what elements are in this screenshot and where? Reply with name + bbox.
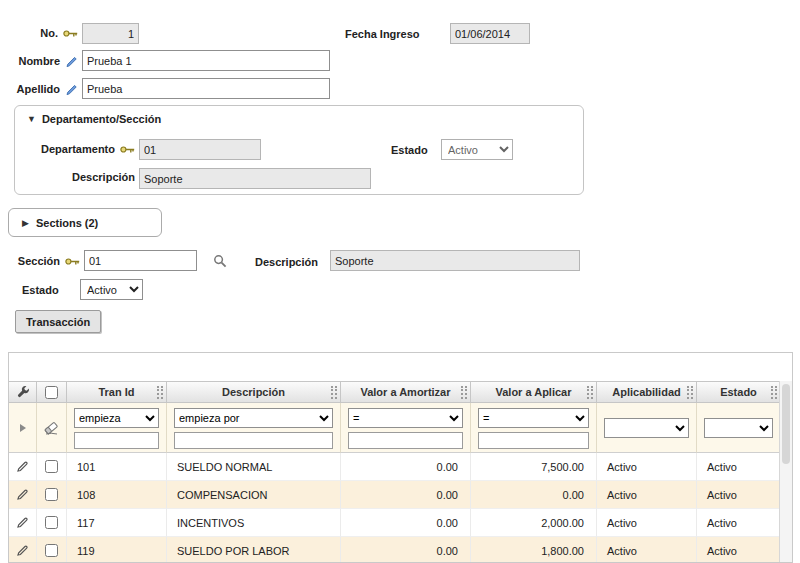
row-checkbox[interactable] (45, 516, 58, 529)
header-estado[interactable]: Estado (697, 381, 781, 403)
header-aplicabilidad-label: Aplicabilidad (612, 386, 680, 398)
scrollbar-thumb[interactable] (782, 384, 790, 464)
region-departamento-header[interactable]: ▼ Departamento/Sección (27, 113, 161, 125)
departamento-input[interactable] (139, 139, 261, 160)
grid-toolbar (9, 353, 792, 381)
row-select-cell (37, 537, 67, 563)
cell-valor-amortizar: 0.00 (341, 509, 471, 537)
cell-valor-amortizar: 0.00 (341, 453, 471, 481)
header-tran-id-label: Tran Id (98, 386, 134, 398)
filter-value-valor-amortizar[interactable] (348, 432, 463, 449)
row-checkbox[interactable] (45, 460, 58, 473)
cell-estado: Activo (697, 509, 781, 537)
cell-tran-id: 101 (67, 453, 167, 481)
table-row: 119 SUELDO POR LABOR 0.00 1,800.00 Activ… (9, 537, 781, 563)
transaccion-grid: Tran Id Descripción Valor a Amortizar Va… (8, 352, 793, 563)
row-edit-cell (9, 453, 37, 481)
filter-cell-aplicabilidad (597, 403, 697, 453)
column-grip-icon[interactable] (157, 386, 163, 399)
current-row-marker-icon (20, 424, 26, 432)
no-input[interactable] (82, 23, 139, 44)
filter-op-valor-amortizar[interactable]: = (348, 408, 463, 428)
cell-valor-amortizar: 0.00 (341, 481, 471, 509)
filter-value-tran-id[interactable] (74, 432, 159, 449)
fecha-ingreso-input[interactable] (450, 23, 530, 44)
cell-tran-id: 119 (67, 537, 167, 563)
filter-value-valor-aplicar[interactable] (478, 432, 589, 449)
region-departamento-title: Departamento/Sección (42, 113, 161, 125)
row-no-fecha: No. Fecha Ingreso (0, 22, 800, 46)
filter-cell-valor-amortizar: = (341, 403, 471, 453)
row-edit-cell (9, 537, 37, 563)
header-descripcion[interactable]: Descripción (167, 381, 341, 403)
filter-clear-cell (37, 403, 67, 453)
collapse-icon: ▼ (27, 114, 36, 124)
cell-tran-id: 117 (67, 509, 167, 537)
cell-valor-aplicar: 1,800.00 (471, 537, 597, 563)
header-aplicabilidad[interactable]: Aplicabilidad (597, 381, 697, 403)
filter-op-tran-id[interactable]: empieza (74, 408, 159, 428)
edit-row-icon[interactable] (16, 516, 29, 529)
cell-valor-amortizar: 0.00 (341, 537, 471, 563)
row-edit-cell (9, 481, 37, 509)
cell-aplicabilidad: Activo (597, 537, 697, 563)
cell-estado: Activo (697, 453, 781, 481)
seccion-descripcion-label: Descripción (255, 256, 318, 268)
region-departamento-seccion: ▼ Departamento/Sección Departamento Esta… (14, 105, 584, 195)
tab-transaccion[interactable]: Transacción (15, 310, 101, 333)
column-grip-icon[interactable] (771, 386, 777, 399)
select-all-checkbox[interactable] (45, 386, 58, 399)
sections-title: Sections (2) (36, 217, 98, 229)
key-icon (65, 257, 80, 266)
seccion-label: Sección (18, 255, 60, 267)
filter-marker-cell (9, 403, 37, 453)
seccion-labelbox: Sección (0, 250, 80, 272)
filter-op-estado[interactable] (704, 418, 773, 438)
filter-op-aplicabilidad[interactable] (604, 418, 689, 438)
column-grip-icon[interactable] (587, 386, 593, 399)
row-select-cell (37, 481, 67, 509)
header-tran-id[interactable]: Tran Id (67, 381, 167, 403)
region-sections-header[interactable]: ▶ Sections (2) (8, 208, 162, 237)
grid-header-row: Tran Id Descripción Valor a Amortizar Va… (9, 381, 781, 403)
clear-filter-icon[interactable] (43, 421, 60, 435)
row-checkbox[interactable] (45, 488, 58, 501)
filter-op-valor-aplicar[interactable]: = (478, 408, 589, 428)
column-grip-icon[interactable] (461, 386, 467, 399)
column-grip-icon[interactable] (687, 386, 693, 399)
apellido-input[interactable] (82, 78, 330, 99)
cell-valor-aplicar: 7,500.00 (471, 453, 597, 481)
row-edit-cell (9, 509, 37, 537)
departamento-label: Departamento (41, 143, 115, 155)
wrench-icon[interactable] (16, 385, 30, 399)
cell-descripcion: INCENTIVOS (167, 509, 341, 537)
cell-aplicabilidad: Activo (597, 509, 697, 537)
edit-row-icon[interactable] (16, 460, 29, 473)
column-grip-icon[interactable] (331, 386, 337, 399)
cell-descripcion: COMPENSACION (167, 481, 341, 509)
header-valor-amortizar-label: Valor a Amortizar (360, 386, 450, 398)
departamento-descripcion-label: Descripción (72, 171, 135, 183)
header-valor-aplicar[interactable]: Valor a Aplicar (471, 381, 597, 403)
edit-row-icon[interactable] (16, 544, 29, 557)
row-checkbox[interactable] (45, 544, 58, 557)
search-icon[interactable] (213, 254, 227, 268)
expand-icon: ▶ (22, 218, 29, 228)
seccion-descripcion-input[interactable] (330, 250, 580, 271)
header-descripcion-label: Descripción (222, 386, 285, 398)
vertical-scrollbar[interactable] (779, 381, 792, 562)
seccion-input[interactable] (84, 250, 197, 271)
cell-estado: Activo (697, 481, 781, 509)
fecha-ingreso-label: Fecha Ingreso (345, 28, 420, 40)
header-valor-amortizar[interactable]: Valor a Amortizar (341, 381, 471, 403)
nombre-input[interactable] (82, 50, 330, 71)
edit-item-icon (65, 83, 78, 96)
filter-value-descripcion[interactable] (174, 432, 333, 449)
row-estado: Estado Activo (0, 279, 800, 303)
cell-descripcion: SUELDO POR LABOR (167, 537, 341, 563)
tab-transaccion-label: Transacción (26, 316, 90, 328)
edit-row-icon[interactable] (16, 488, 29, 501)
estado-select[interactable]: Activo (80, 279, 143, 300)
departamento-descripcion-input[interactable] (139, 168, 371, 189)
filter-op-descripcion[interactable]: empieza por (174, 408, 333, 428)
